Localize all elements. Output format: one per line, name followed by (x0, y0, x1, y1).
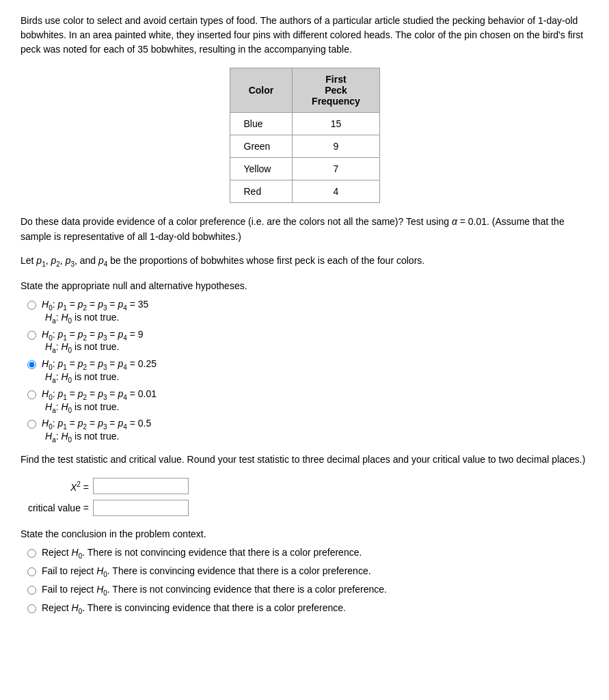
critical-label: critical value = (21, 502, 89, 513)
hypothesis-alt-3: Ha: H0 is not true. (27, 371, 588, 384)
color-cell: Green (230, 135, 293, 158)
conclusion-radio-1[interactable] (27, 549, 36, 558)
hypothesis-null-1: H0: p1 = p2 = p3 = p4 = 35 (42, 299, 148, 312)
hypothesis-alt-2: Ha: H0 is not true. (27, 341, 588, 354)
hypothesis-alt-4: Ha: H0 is not true. (27, 401, 588, 414)
hypothesis-radio-4[interactable] (27, 390, 36, 399)
hypothesis-option-5: H0: p1 = p2 = p3 = p4 = 0.5 Ha: H0 is no… (21, 418, 588, 444)
chi-row: X2 = (21, 478, 588, 494)
hypothesis-null-5: H0: p1 = p2 = p3 = p4 = 0.5 (42, 418, 151, 431)
conclusion-option-2: Fail to reject H0. There is convincing e… (21, 565, 588, 578)
conclusion-radio-2[interactable] (27, 567, 36, 576)
question2-block: Let p1, p2, p3, and p4 be the proportion… (21, 253, 588, 270)
chi-input[interactable] (93, 478, 189, 494)
critical-row: critical value = (21, 500, 588, 516)
hypothesis-null-3: H0: p1 = p2 = p3 = p4 = 0.25 (42, 358, 157, 371)
hypothesis-radio-1[interactable] (27, 301, 36, 310)
conclusion-section: State the conclusion in the problem cont… (21, 527, 588, 615)
hypothesis-radio-5[interactable] (27, 420, 36, 429)
frequency-table: Color FirstPeckFrequency Blue15Green9Yel… (230, 68, 380, 203)
color-header: Color (230, 68, 293, 113)
frequency-table-container: Color FirstPeckFrequency Blue15Green9Yel… (21, 68, 588, 203)
hypothesis-option-4: H0: p1 = p2 = p3 = p4 = 0.01 Ha: H0 is n… (21, 388, 588, 414)
critical-input[interactable] (93, 500, 189, 516)
hypothesis-option-3: H0: p1 = p2 = p3 = p4 = 0.25 Ha: H0 is n… (21, 358, 588, 384)
conclusion-option-3: Fail to reject H0. There is not convinci… (21, 584, 588, 597)
hypothesis-section: State the appropriate null and alternati… (21, 278, 588, 444)
hypothesis-alt-1: Ha: H0 is not true. (27, 312, 588, 325)
frequency-header: FirstPeckFrequency (293, 68, 379, 113)
intro-text: Birds use color to select and avoid cert… (21, 14, 588, 57)
color-cell: Red (230, 180, 293, 203)
table-row: Red4 (230, 180, 379, 203)
conclusion-text-2: Fail to reject H0. There is convincing e… (42, 565, 371, 578)
table-row: Blue15 (230, 113, 379, 135)
hypothesis-option-2: H0: p1 = p2 = p3 = p4 = 9 Ha: H0 is not … (21, 329, 588, 355)
input-section: X2 = critical value = (21, 478, 588, 516)
hypothesis-null-4: H0: p1 = p2 = p3 = p4 = 0.01 (42, 388, 157, 401)
find-prompt: Find the test statistic and critical val… (21, 452, 588, 467)
hypothesis-null-2: H0: p1 = p2 = p3 = p4 = 9 (42, 329, 144, 342)
hypothesis-radio-2[interactable] (27, 331, 36, 340)
conclusion-radio-4[interactable] (27, 604, 36, 613)
table-row: Green9 (230, 135, 379, 158)
question1-text: Do these data provide evidence of a colo… (21, 214, 588, 245)
chi-label: X2 = (21, 481, 89, 493)
color-cell: Blue (230, 113, 293, 135)
frequency-cell: 9 (293, 135, 379, 158)
hypothesis-alt-5: Ha: H0 is not true. (27, 431, 588, 444)
frequency-cell: 15 (293, 113, 379, 135)
conclusion-prompt: State the conclusion in the problem cont… (21, 527, 588, 541)
question2-text: Let p1, p2, p3, and p4 be the proportion… (21, 253, 588, 270)
conclusion-radio-3[interactable] (27, 586, 36, 595)
question1-block: Do these data provide evidence of a colo… (21, 214, 588, 245)
conclusion-text-3: Fail to reject H0. There is not convinci… (42, 584, 387, 597)
hypothesis-prompt: State the appropriate null and alternati… (21, 278, 588, 293)
conclusion-option-1: Reject H0. There is not convincing evide… (21, 547, 588, 560)
hypothesis-option-1: H0: p1 = p2 = p3 = p4 = 35 Ha: H0 is not… (21, 299, 588, 325)
conclusion-text-1: Reject H0. There is not convincing evide… (42, 547, 362, 560)
frequency-cell: 4 (293, 180, 379, 203)
conclusion-option-4: Reject H0. There is convincing evidence … (21, 602, 588, 615)
color-cell: Yellow (230, 158, 293, 180)
frequency-cell: 7 (293, 158, 379, 180)
hypothesis-radio-3[interactable] (27, 360, 36, 369)
table-row: Yellow7 (230, 158, 379, 180)
find-section: Find the test statistic and critical val… (21, 452, 588, 467)
conclusion-text-4: Reject H0. There is convincing evidence … (42, 602, 346, 615)
